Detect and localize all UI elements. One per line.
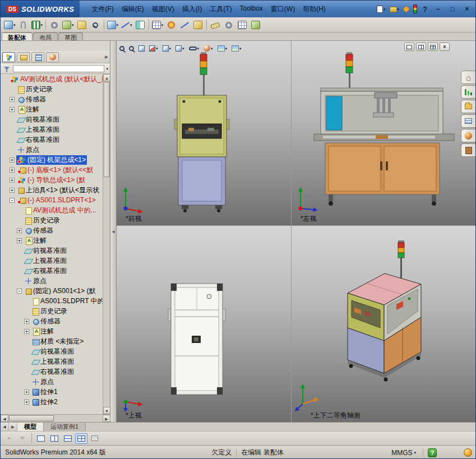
help-button[interactable]: ?	[418, 5, 432, 13]
rotate-component-button[interactable]	[75, 18, 89, 31]
tree-item-11[interactable]: +上治具<1> (默认<显示状	[1, 185, 103, 195]
menu-view[interactable]: 视图(V)	[148, 3, 178, 15]
curvature-button[interactable]	[249, 18, 262, 31]
tree-item-31[interactable]: +拉伸1	[1, 387, 103, 397]
panel-tab-featuremanager[interactable]	[2, 52, 15, 62]
status-indicator-button[interactable]	[412, 4, 418, 14]
viewport-four-button[interactable]	[75, 433, 87, 444]
smart-fasteners-button[interactable]	[48, 18, 61, 31]
tab-motion-study-1[interactable]: 运动算例1	[44, 423, 86, 431]
help-badge[interactable]: ?	[428, 448, 437, 457]
menu-file[interactable]: 文件(F)	[87, 3, 117, 15]
design-library-button[interactable]	[461, 100, 475, 113]
viewport-left[interactable]: *左视	[292, 41, 476, 225]
viewport-two-vertical-button[interactable]	[62, 433, 74, 444]
tree-item-32[interactable]: +拉伸2	[1, 397, 103, 407]
tree-expander[interactable]: +	[17, 238, 22, 243]
tree-item-14[interactable]: +历史记录	[1, 215, 103, 225]
open-document-button[interactable]: ▾	[389, 5, 401, 13]
tree-expander[interactable]: +	[24, 319, 29, 324]
tree-item-19[interactable]: +右视基准面	[1, 266, 103, 276]
tree-expander[interactable]: +	[10, 168, 15, 173]
tree-item-17[interactable]: +前视基准面	[1, 245, 103, 256]
tree-expander[interactable]: +	[24, 400, 29, 405]
mate-button[interactable]	[17, 18, 30, 31]
tree-item-12[interactable]: -(-) AS001.SLDPRT<1>	[1, 195, 103, 205]
tree-item-5[interactable]: +上视基准面	[1, 124, 103, 135]
tab-sketch[interactable]: 草图	[58, 33, 83, 40]
close-button[interactable]: ×	[461, 4, 473, 14]
tree-item-4[interactable]: +前视基准面	[1, 114, 103, 124]
explode-line-sketch-button[interactable]	[178, 18, 191, 31]
tree-horizontal-scrollbar[interactable]: ◀ ▶	[1, 414, 110, 422]
tab-assembly[interactable]: 装配体	[2, 33, 33, 40]
toolbar-options-button[interactable]: ▾	[3, 433, 15, 444]
custom-properties-button[interactable]	[461, 143, 475, 157]
viewport-single-button[interactable]	[35, 433, 47, 444]
hide-show-items-button[interactable]: ▾	[187, 43, 201, 54]
maximize-button[interactable]: □	[446, 4, 459, 14]
viewport-isometric[interactable]: *上下二等角轴测	[292, 226, 476, 422]
tree-expander[interactable]: +	[10, 107, 15, 112]
tree-item-30[interactable]: +原点	[1, 377, 103, 387]
tree-item-25[interactable]: +注解	[1, 326, 103, 336]
tree-vertical-scrollbar[interactable]: ▲ ▼	[103, 74, 110, 414]
tree-item-1[interactable]: +历史记录	[1, 84, 103, 94]
apply-scene-button[interactable]: ▾	[216, 43, 229, 54]
tree-item-23[interactable]: +历史记录	[1, 306, 103, 316]
tree-expander[interactable]: +	[17, 228, 22, 233]
tree-item-10[interactable]: +(-) 导轨总成<1> (默	[1, 175, 103, 185]
view-orientation-button[interactable]: ▾	[161, 43, 173, 54]
panel-splitter[interactable]: ◂	[110, 41, 117, 422]
tree-item-18[interactable]: +上视基准面	[1, 256, 103, 266]
menu-tools[interactable]: 工具(T)	[206, 3, 235, 15]
vertical-scrollbar-thumb[interactable]	[104, 82, 110, 177]
two-view-button[interactable]	[416, 43, 426, 51]
four-view-button[interactable]	[428, 43, 438, 51]
appearances-scenes-button[interactable]	[461, 129, 475, 142]
tab-scroll-right-button[interactable]: ▶	[9, 423, 17, 431]
mass-properties-button[interactable]	[222, 18, 235, 31]
tree-item-26[interactable]: +材质 <未指定>	[1, 336, 103, 346]
viewport-top[interactable]: *上视	[117, 226, 291, 422]
scroll-left-button[interactable]: ◀	[1, 415, 8, 422]
tree-expander[interactable]: +	[24, 329, 29, 334]
tab-layout[interactable]: 布局	[33, 33, 58, 40]
panel-tabs-overflow-button[interactable]: »	[104, 53, 108, 60]
panel-tab-propertymanager[interactable]	[17, 52, 30, 62]
display-style-button[interactable]: ▾	[174, 43, 186, 54]
insert-components-button[interactable]: ▾	[3, 18, 17, 31]
link-views-button[interactable]	[89, 433, 101, 444]
tree-item-16[interactable]: +注解	[1, 235, 103, 245]
tree-item-8[interactable]: +(固定) 机架总成<1>	[1, 155, 103, 165]
tree-item-24[interactable]: +传感器	[1, 316, 103, 326]
panel-tab-displaymanager[interactable]	[46, 52, 59, 62]
linear-component-pattern-button[interactable]: ▾	[30, 18, 44, 31]
tree-item-15[interactable]: +传感器	[1, 225, 103, 235]
scroll-down-button[interactable]: ▼	[103, 407, 110, 414]
tree-expander[interactable]: -	[17, 289, 22, 294]
edit-appearance-button[interactable]: ▾	[202, 43, 215, 54]
tree-expander[interactable]: +	[10, 97, 15, 102]
view-settings-button[interactable]: ▾	[230, 43, 243, 54]
tree-item-22[interactable]: +AS001.SLDPRT 中的...	[1, 296, 103, 306]
tree-item-13[interactable]: +AV测试机总成 中的...	[1, 205, 103, 215]
horizontal-scrollbar-thumb[interactable]	[9, 415, 54, 421]
tree-expander[interactable]: +	[10, 157, 15, 163]
menu-help[interactable]: 帮助(H)	[299, 3, 330, 15]
zoom-to-fit-button[interactable]	[118, 43, 126, 54]
tree-item-28[interactable]: +上视基准面	[1, 356, 103, 367]
new-motion-study-button[interactable]	[133, 18, 147, 31]
filter-dropdown-icon[interactable]: ▾	[106, 67, 108, 71]
solidworks-rx-icon[interactable]	[464, 448, 472, 457]
menu-toolbox[interactable]: Toolbox	[235, 3, 266, 15]
selection-filter-button[interactable]	[16, 433, 29, 444]
menu-edit[interactable]: 编辑(E)	[118, 3, 148, 15]
menu-window[interactable]: 窗口(W)	[267, 3, 299, 15]
scroll-right-button[interactable]: ▶	[103, 415, 110, 422]
section-view-button[interactable]: ▾	[147, 43, 160, 54]
menu-insert[interactable]: 插入(I)	[178, 3, 206, 15]
viewport-front[interactable]: *前视	[117, 41, 291, 225]
solidworks-resources-button[interactable]	[461, 85, 475, 99]
tree-expander[interactable]: -	[10, 198, 15, 203]
